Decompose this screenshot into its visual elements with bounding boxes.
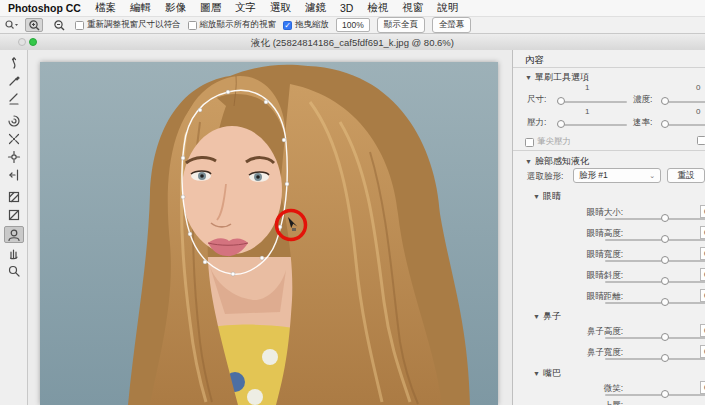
face-select-dropdown[interactable]: 臉形 #1 ⌄	[573, 168, 661, 183]
rate-label: 速率:	[633, 117, 652, 129]
menu-layer[interactable]: 圖層	[200, 1, 221, 15]
nose-height-value[interactable]: 0	[700, 324, 705, 337]
eye-size-value[interactable]: 0	[700, 205, 705, 218]
brush-options-section-header[interactable]: ▼單刷工具選項	[525, 71, 589, 84]
menu-type[interactable]: 文字	[235, 1, 256, 15]
pressure-label: 壓力:	[527, 117, 546, 129]
density-slider-thumb[interactable]	[661, 97, 669, 105]
right-eye	[249, 172, 269, 182]
liquify-canvas[interactable]	[28, 50, 512, 405]
menu-filter[interactable]: 濾鏡	[305, 1, 326, 15]
fill-screen-button[interactable]: 全螢幕	[432, 17, 472, 33]
fit-screen-button[interactable]: 顯示全頁	[377, 17, 425, 33]
menu-view[interactable]: 檢視	[367, 1, 388, 15]
chevron-down-icon: ⌄	[649, 172, 655, 180]
photo-woman-portrait[interactable]	[40, 62, 498, 405]
slider-thumb[interactable]	[661, 390, 669, 398]
eye-size-slider[interactable]	[605, 218, 705, 220]
resize-windows-checkbox[interactable]: 重新調整視窗尺寸以符合	[75, 19, 181, 31]
menu-image[interactable]: 影像	[165, 1, 186, 15]
pressure-value: 1	[585, 107, 589, 116]
slider-thumb[interactable]	[661, 333, 669, 341]
reconstruct-tool[interactable]	[4, 72, 24, 89]
density-label: 濃度:	[633, 94, 652, 106]
eye-tilt-slider[interactable]	[605, 281, 705, 283]
push-left-icon	[7, 168, 21, 182]
eye-distance-value[interactable]: 0	[700, 289, 705, 302]
menu-edit[interactable]: 編輯	[130, 1, 151, 15]
rate-slider[interactable]	[661, 124, 705, 126]
select-face-label: 選取臉形:	[527, 171, 563, 183]
smile-slider[interactable]	[605, 394, 705, 396]
eye-width-value[interactable]: 0	[700, 247, 705, 260]
forward-warp-tool[interactable]	[4, 54, 24, 71]
liquify-dialog-titlebar: 液化 (25824814186_caf5fdf691_k.jpg @ 80.6%…	[0, 34, 705, 51]
eye-height-slider[interactable]	[605, 239, 705, 241]
divider	[513, 150, 705, 151]
slider-thumb[interactable]	[661, 214, 669, 222]
slider-thumb[interactable]	[661, 298, 669, 306]
mouth-title: 嘴巴	[543, 368, 561, 378]
twirl-icon	[7, 114, 21, 128]
zoom-all-windows-checkbox[interactable]: 縮放顯示所有的視窗	[188, 19, 277, 31]
freeze-mask-icon	[7, 190, 21, 204]
thaw-mask-tool[interactable]	[4, 206, 24, 223]
zoom-out-button[interactable]	[50, 18, 68, 32]
twirl-clockwise-tool[interactable]	[4, 112, 24, 129]
eye-height-value[interactable]: 0	[700, 226, 705, 239]
tool-preset-icon[interactable]	[4, 19, 18, 31]
magnifier-icon	[7, 264, 21, 278]
nose-width-slider[interactable]	[605, 358, 705, 360]
nose-height-slider[interactable]	[605, 337, 705, 339]
scrubby-zoom-checkbox[interactable]: ✓ 拖曳縮放	[283, 19, 329, 31]
rate-value: 0	[696, 107, 700, 116]
stylus-pressure-checkbox[interactable]: 筆尖壓力	[525, 136, 571, 148]
slider-thumb[interactable]	[661, 256, 669, 264]
slider-thumb[interactable]	[661, 277, 669, 285]
rate-slider-thumb[interactable]	[661, 120, 669, 128]
menu-file[interactable]: 檔案	[95, 1, 116, 15]
zoom-in-button[interactable]	[25, 18, 43, 32]
pucker-tool[interactable]	[4, 130, 24, 147]
face-aware-section-header[interactable]: ▼臉部感知液化	[525, 155, 589, 168]
eye-tilt-value[interactable]: 0	[700, 268, 705, 281]
menu-select[interactable]: 選取	[270, 1, 291, 15]
menu-3d[interactable]: 3D	[340, 2, 353, 14]
zoom-percent-field[interactable]: 100%	[336, 18, 370, 32]
smooth-tool[interactable]	[4, 90, 24, 107]
nose-group-header[interactable]: ▼鼻子	[533, 310, 561, 323]
smile-value[interactable]: 0	[700, 381, 705, 394]
menu-bar: Photoshop CC 檔案 編輯 影像 圖層 文字 選取 濾鏡 3D 檢視 …	[0, 0, 705, 17]
edge-checkbox-partial[interactable]	[697, 136, 705, 145]
hand-icon	[7, 246, 21, 260]
nose-width-value[interactable]: 0	[700, 345, 705, 358]
face-tool[interactable]	[4, 226, 24, 243]
eye-distance-slider[interactable]	[605, 302, 705, 304]
eyes-group-header[interactable]: ▼眼睛	[533, 190, 561, 203]
reset-button[interactable]: 重設	[667, 168, 705, 183]
bloat-tool[interactable]	[4, 148, 24, 165]
pressure-slider-thumb[interactable]	[557, 120, 565, 128]
pressure-slider[interactable]	[557, 124, 627, 126]
face-aware-title: 臉部感知液化	[535, 156, 589, 166]
eye-width-slider[interactable]	[605, 260, 705, 262]
menu-help[interactable]: 說明	[437, 1, 458, 15]
hand-tool[interactable]	[4, 244, 24, 261]
density-slider[interactable]	[661, 101, 705, 103]
options-bar: 重新調整視窗尺寸以符合 縮放顯示所有的視窗 ✓ 拖曳縮放 100% 顯示全頁 全…	[0, 17, 705, 34]
stylus-pressure-label: 筆尖壓力	[537, 136, 571, 148]
mouth-group-header[interactable]: ▼嘴巴	[533, 367, 561, 380]
slider-thumb[interactable]	[661, 354, 669, 362]
thaw-mask-icon	[7, 208, 21, 222]
left-eye	[191, 171, 211, 181]
zoom-tool[interactable]	[4, 262, 24, 279]
face	[182, 126, 282, 254]
collapse-triangle-icon: ▼	[533, 313, 540, 320]
size-slider[interactable]	[557, 101, 627, 103]
slider-thumb[interactable]	[661, 235, 669, 243]
push-left-tool[interactable]	[4, 166, 24, 183]
menu-window[interactable]: 視窗	[402, 1, 423, 15]
app-title: Photoshop CC	[8, 2, 81, 14]
size-slider-thumb[interactable]	[557, 97, 565, 105]
freeze-mask-tool[interactable]	[4, 188, 24, 205]
